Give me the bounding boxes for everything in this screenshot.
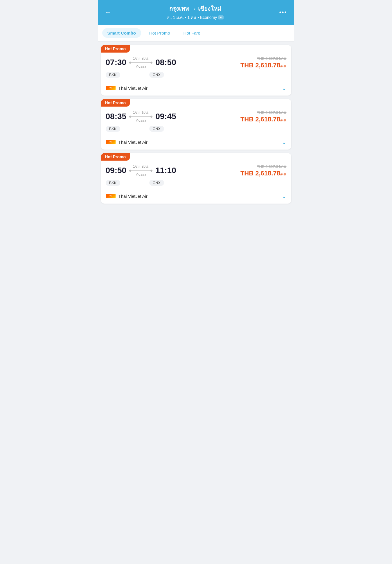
expand-button-1[interactable]: ⌄ [282, 85, 287, 91]
duration-col-1: 1ชม. 20น. บินตรง [129, 55, 152, 69]
line-dot-start-3 [129, 170, 131, 172]
expand-button-2[interactable]: ⌄ [282, 139, 287, 146]
tab-hot-promo[interactable]: Hot Promo [144, 28, 175, 38]
dep-time-3: 09:50 [106, 166, 127, 175]
flight-times-1: 07:30 1ชม. 20น. บินตรง 08:50 BKK [106, 55, 176, 78]
flight-times-3: 09:50 1ชม. 20น. บินตรง 11:10 BKK [106, 164, 176, 186]
card-body-1: 07:30 1ชม. 20น. บินตรง 08:50 BKK [101, 53, 291, 78]
airline-logo-2: VJ [106, 140, 116, 144]
price-col-2: THB 2,697.34/คน THB 2,618.78/คน [240, 109, 287, 123]
airline-left-1: VJ Thai VietJet Air [106, 86, 148, 91]
airline-name-1: Thai VietJet Air [118, 86, 148, 91]
expand-button-3[interactable]: ⌄ [282, 193, 287, 200]
times-row-1: 07:30 1ชม. 20น. บินตรง 08:50 [106, 55, 176, 69]
airline-name-2: Thai VietJet Air [118, 140, 148, 145]
airline-logo-1: VJ [106, 86, 116, 90]
line-bar-2 [131, 116, 150, 117]
flights-list: Hot Promo 07:30 1ชม. 20น. บินตรง 08:50 [98, 42, 294, 207]
price-col-1: THB 2,697.34/คน THB 2,618.78/คน [240, 55, 287, 69]
airline-left-2: VJ Thai VietJet Air [106, 140, 148, 145]
line-dot-start-1 [129, 62, 131, 64]
flight-card-3[interactable]: Hot Promo 09:50 1ชม. 20น. บินตรง 11:10 [101, 153, 291, 204]
line-dot-start-2 [129, 116, 131, 118]
tab-hot-fare[interactable]: Hot Fare [178, 28, 206, 38]
dep-airport-2: BKK [106, 126, 120, 132]
promo-price-1: THB 2,618.78/คน [240, 62, 287, 69]
line-bar-1 [131, 62, 150, 63]
tab-smart-combo[interactable]: Smart Combo [102, 28, 141, 38]
duration-col-3: 1ชม. 20น. บินตรง [129, 164, 152, 177]
airline-row-3: VJ Thai VietJet Air ⌄ [101, 189, 291, 204]
flight-card-2[interactable]: Hot Promo 08:35 1ชม. 10น. บินตรง 09:45 [101, 99, 291, 150]
original-price-1: THB 2,697.34/คน [240, 55, 287, 62]
airline-row-2: VJ Thai VietJet Air ⌄ [101, 135, 291, 150]
airline-row-1: VJ Thai VietJet Air ⌄ [101, 81, 291, 96]
duration-line-1 [129, 62, 152, 64]
airline-logo-3: VJ [106, 194, 116, 198]
back-button[interactable]: ← [103, 8, 114, 17]
promo-badge-3: Hot Promo [101, 153, 130, 161]
more-options-button[interactable]: ••• [277, 8, 289, 17]
airports-row-1: BKK CNX [106, 72, 176, 78]
airline-left-3: VJ Thai VietJet Air [106, 194, 148, 199]
times-row-2: 08:35 1ชม. 10น. บินตรง 09:45 [106, 109, 176, 123]
airline-name-3: Thai VietJet Air [118, 194, 148, 199]
flight-times-2: 08:35 1ชม. 10น. บินตรง 09:45 BKK [106, 109, 176, 132]
duration-line-3 [129, 170, 152, 172]
dep-airport-1: BKK [106, 72, 120, 78]
line-bar-3 [131, 170, 150, 171]
arr-airport-2: CNX [149, 126, 164, 132]
line-dot-end-3 [150, 170, 152, 172]
times-row-3: 09:50 1ชม. 20น. บินตรง 11:10 [106, 164, 176, 177]
flight-card-1[interactable]: Hot Promo 07:30 1ชม. 20น. บินตรง 08:50 [101, 45, 291, 96]
arr-airport-1: CNX [149, 72, 164, 78]
dep-time-2: 08:35 [106, 112, 127, 121]
vietjet-logo-1: VJ [106, 86, 116, 90]
airports-row-3: BKK CNX [106, 180, 176, 186]
app-header: ← กรุงเทพ → เชียงใหม่ ส., 1 ม.ค. • 1 คน … [98, 0, 294, 25]
dep-airport-3: BKK [106, 180, 120, 186]
line-dot-end-1 [150, 62, 152, 64]
line-dot-end-2 [150, 116, 152, 118]
arr-time-1: 08:50 [155, 58, 176, 67]
original-price-3: THB 2,697.34/คน [240, 164, 287, 170]
route-title: กรุงเทพ → เชียงใหม่ [114, 4, 277, 13]
arr-time-2: 09:45 [155, 112, 176, 121]
promo-price-2: THB 2,618.78/คน [240, 116, 287, 123]
dep-time-1: 07:30 [106, 58, 127, 67]
card-body-3: 09:50 1ชม. 20น. บินตรง 11:10 BKK [101, 161, 291, 186]
vietjet-logo-2: VJ [106, 140, 116, 144]
promo-badge-2: Hot Promo [101, 99, 130, 107]
promo-price-3: THB 2,618.78/คน [240, 170, 287, 177]
flight-meta: ส., 1 ม.ค. • 1 คน • Economy ▼ [114, 14, 277, 21]
duration-line-2 [129, 116, 152, 118]
card-body-2: 08:35 1ชม. 10น. บินตรง 09:45 BKK [101, 107, 291, 132]
arr-airport-3: CNX [149, 180, 164, 186]
tabs-bar: Smart Combo Hot Promo Hot Fare [98, 25, 294, 42]
economy-dropdown[interactable]: ▼ [218, 15, 224, 19]
duration-col-2: 1ชม. 10น. บินตรง [129, 109, 152, 123]
arr-time-3: 11:10 [155, 166, 176, 175]
vietjet-logo-3: VJ [106, 194, 116, 198]
airports-row-2: BKK CNX [106, 126, 176, 132]
promo-badge-1: Hot Promo [101, 45, 130, 53]
price-col-3: THB 2,697.34/คน THB 2,618.78/คน [240, 164, 287, 177]
header-center: กรุงเทพ → เชียงใหม่ ส., 1 ม.ค. • 1 คน • … [114, 4, 277, 21]
original-price-2: THB 2,697.34/คน [240, 109, 287, 116]
